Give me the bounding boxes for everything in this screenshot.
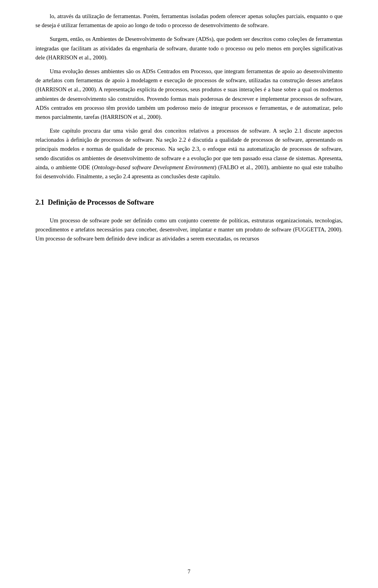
paragraph-4-italic: Ontology-based software Development Envi…: [94, 164, 215, 170]
paragraph-2-text: Surgem, então, os Ambientes de Desenvolv…: [35, 36, 343, 60]
section-title: Definição de Processos de Software: [48, 198, 154, 206]
paragraph-4: Este capítulo procura dar uma visão gera…: [35, 126, 343, 181]
paragraph-1: lo, através da utilização de ferramentas…: [35, 12, 343, 30]
paragraph-3: Uma evolução desses ambientes são os ADS…: [35, 67, 343, 122]
section-number: 2.1: [35, 198, 44, 206]
paragraph-5: Um processo de software pode ser definid…: [35, 216, 343, 244]
paragraph-3-text: Uma evolução desses ambientes são os ADS…: [35, 68, 343, 120]
paragraph-5-text: Um processo de software pode ser definid…: [35, 217, 343, 242]
paragraph-1-text: lo, através da utilização de ferramentas…: [35, 13, 343, 28]
page-number: 7: [188, 568, 191, 576]
section-heading: 2.1 Definição de Processos de Software: [35, 197, 343, 208]
paragraph-2: Surgem, então, os Ambientes de Desenvolv…: [35, 35, 343, 62]
page: lo, através da utilização de ferramentas…: [0, 0, 378, 588]
